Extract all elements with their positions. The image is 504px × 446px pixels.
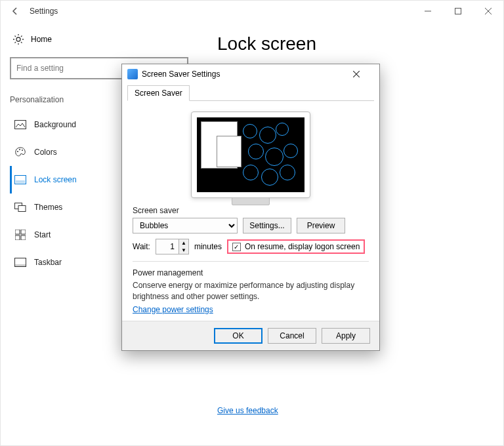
back-button[interactable] xyxy=(6,2,24,20)
apply-button[interactable]: Apply xyxy=(322,328,370,344)
svg-point-15 xyxy=(19,149,20,150)
svg-rect-26 xyxy=(15,264,26,267)
wait-spinner[interactable]: ▲▼ xyxy=(156,239,189,254)
screensaver-dialog: Screen Saver Settings Screen Saver Scree… xyxy=(121,64,380,351)
on-resume-label: On resume, display logon screen xyxy=(245,242,360,251)
screensaver-select[interactable]: Bubbles xyxy=(133,218,238,233)
page-title: Lock screen xyxy=(217,33,484,54)
svg-rect-24 xyxy=(21,235,26,240)
sidebar-item-label: Colors xyxy=(34,148,57,157)
svg-rect-13 xyxy=(15,121,26,129)
svg-line-8 xyxy=(21,42,22,43)
preview-button[interactable]: Preview xyxy=(297,218,345,233)
wait-unit: minutes xyxy=(194,242,222,251)
maximize-button[interactable] xyxy=(443,1,473,22)
svg-line-7 xyxy=(15,36,16,37)
dialog-titlebar: Screen Saver Settings xyxy=(122,64,379,84)
power-management-desc: Conserve energy or maximize performance … xyxy=(133,280,369,302)
dialog-title: Screen Saver Settings xyxy=(142,70,220,79)
svg-rect-18 xyxy=(16,180,25,183)
taskbar-icon xyxy=(14,256,26,268)
sidebar-item-label: Background xyxy=(34,120,76,129)
dialog-close-button[interactable] xyxy=(353,71,374,77)
svg-rect-1 xyxy=(455,9,461,14)
power-management-heading: Power management xyxy=(133,268,369,277)
cancel-button[interactable]: Cancel xyxy=(268,328,316,344)
themes-icon xyxy=(14,201,26,213)
screensaver-group-label: Screen saver xyxy=(133,206,369,215)
on-resume-checkbox[interactable]: ✓ xyxy=(232,243,241,251)
sidebar-item-label: Start xyxy=(34,230,51,239)
sidebar-item-label: Lock screen xyxy=(34,175,77,184)
settings-button[interactable]: Settings... xyxy=(243,218,291,233)
palette-icon xyxy=(14,146,26,158)
settings-titlebar: Settings xyxy=(1,1,503,22)
spin-down-icon[interactable]: ▼ xyxy=(179,247,188,254)
svg-rect-21 xyxy=(15,230,20,234)
on-resume-highlight: ✓ On resume, display logon screen xyxy=(227,239,365,254)
gear-icon xyxy=(12,33,24,45)
start-icon xyxy=(14,229,26,241)
svg-point-2 xyxy=(16,37,20,41)
picture-icon xyxy=(14,119,26,131)
wait-label: Wait: xyxy=(133,242,150,251)
search-placeholder: Find a setting xyxy=(16,64,64,73)
wait-input[interactable] xyxy=(156,239,179,254)
svg-rect-22 xyxy=(21,230,26,234)
spin-up-icon[interactable]: ▲ xyxy=(179,239,188,247)
lock-screen-icon xyxy=(14,174,26,186)
window-title: Settings xyxy=(30,7,58,16)
svg-rect-23 xyxy=(15,235,20,240)
tab-screensaver[interactable]: Screen Saver xyxy=(127,85,190,101)
home-nav[interactable]: Home xyxy=(10,28,188,51)
minimize-button[interactable] xyxy=(413,1,443,22)
sidebar-item-label: Taskbar xyxy=(34,258,62,267)
svg-line-10 xyxy=(15,42,16,43)
svg-line-9 xyxy=(21,36,22,37)
close-button[interactable] xyxy=(473,1,503,22)
svg-rect-20 xyxy=(18,206,26,212)
svg-point-16 xyxy=(22,150,23,151)
screensaver-preview xyxy=(191,112,310,198)
feedback-link[interactable]: Give us feedback xyxy=(217,406,278,415)
home-label: Home xyxy=(31,35,52,44)
svg-point-14 xyxy=(17,151,18,152)
dialog-icon xyxy=(127,69,138,79)
change-power-settings-link[interactable]: Change power settings xyxy=(133,305,213,314)
ok-button[interactable]: OK xyxy=(214,328,262,344)
sidebar-item-label: Themes xyxy=(34,203,62,212)
